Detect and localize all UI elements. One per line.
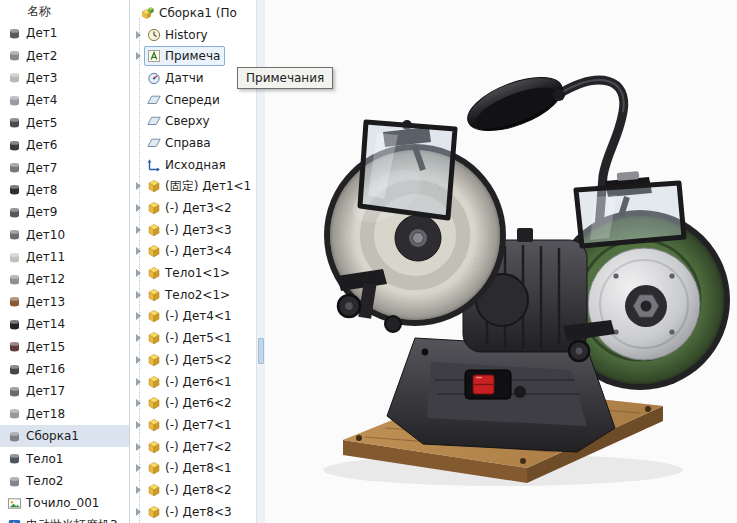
expand-arrow-icon[interactable] (133, 247, 144, 255)
thumb-icon (7, 406, 22, 421)
part-icon (146, 178, 162, 194)
list-item[interactable]: Дет3 (0, 67, 129, 89)
thumb-icon (7, 26, 22, 41)
tree-item-label: Сверху (165, 114, 210, 128)
list-item[interactable]: Дет4 (0, 89, 129, 111)
tree-item[interactable]: Тело2<1> (130, 284, 256, 306)
tree-item[interactable]: (-) Дет6<1 (130, 371, 256, 393)
thumb-icon (7, 429, 22, 444)
expand-arrow-icon[interactable] (133, 334, 144, 342)
expand-arrow-icon[interactable] (133, 443, 144, 451)
tree-item[interactable]: (-) Дет3<3 (130, 219, 256, 241)
tree-item-label: (-) Дет6<1 (165, 375, 232, 389)
list-item[interactable]: Дет1 (0, 22, 129, 44)
parts-list-panel: 名称 Дет1 Дет2 Дет3 Дет4 Дет5 Дет6 Дет7 Де… (0, 0, 130, 523)
tree-item-label: (-) Дет5<2 (165, 353, 232, 367)
tree-item[interactable]: (-) Дет3<2 (130, 197, 256, 219)
expand-arrow-icon[interactable] (133, 399, 144, 407)
thumb-icon (7, 182, 22, 197)
part-icon (146, 330, 162, 346)
part-icon (146, 287, 162, 303)
expand-arrow-icon[interactable] (133, 291, 144, 299)
tree-item-label: Спереди (165, 93, 220, 107)
cad-icon (7, 518, 22, 523)
expand-arrow-icon[interactable] (133, 31, 144, 39)
tree-item[interactable]: (-) Дет4<1 (130, 306, 256, 328)
thumb-icon (7, 227, 22, 242)
list-item[interactable]: Тело1 (0, 447, 129, 469)
list-item[interactable]: Дет11 (0, 246, 129, 268)
expand-arrow-icon[interactable] (133, 204, 144, 212)
plane-icon (146, 92, 162, 108)
tree-item[interactable]: Тело1<1> (130, 262, 256, 284)
tree-item-label: (-) Дет3<3 (165, 223, 232, 237)
list-item[interactable]: Дет16 (0, 358, 129, 380)
list-item[interactable]: Дет14 (0, 313, 129, 335)
list-item[interactable]: Дет10 (0, 224, 129, 246)
tree-item[interactable]: Справа (130, 132, 256, 154)
tree-item[interactable]: (-) Дет7<2 (130, 436, 256, 458)
thumb-icon (7, 272, 22, 287)
expand-arrow-icon[interactable] (133, 226, 144, 234)
list-item[interactable]: Дет5 (0, 112, 129, 134)
list-item[interactable]: Дет2 (0, 44, 129, 66)
expand-arrow-icon[interactable] (133, 269, 144, 277)
tree-item[interactable]: History (130, 24, 256, 46)
list-item[interactable]: Дет15 (0, 335, 129, 357)
list-item[interactable]: Точило_001 (0, 492, 129, 514)
tree-item[interactable]: Сверху (130, 110, 256, 132)
list-item[interactable]: Тело2 (0, 470, 129, 492)
sensors-icon (146, 70, 162, 86)
expand-arrow-icon[interactable] (133, 464, 144, 472)
tree-item[interactable]: (-) Дет8<1 (130, 457, 256, 479)
plane-icon (146, 135, 162, 151)
tree-item[interactable]: (-) Дет6<2 (130, 392, 256, 414)
tree-item[interactable]: (-) Дет8<2 (130, 479, 256, 501)
list-item[interactable]: Дет6 (0, 134, 129, 156)
expand-arrow-icon[interactable] (133, 182, 144, 190)
tree-item[interactable]: Примеча (130, 45, 256, 67)
tree-item[interactable]: Сборка1 (По (130, 2, 256, 24)
parts-list: Дет1 Дет2 Дет3 Дет4 Дет5 Дет6 Дет7 Дет8 … (0, 22, 129, 523)
expand-arrow-icon[interactable] (133, 508, 144, 516)
expand-arrow-icon[interactable] (133, 421, 144, 429)
list-item[interactable]: Дет8 (0, 179, 129, 201)
expand-arrow-icon[interactable] (133, 378, 144, 386)
tree-item-label: (-) Дет5<1 (165, 331, 232, 345)
viewport-3d[interactable] (265, 0, 737, 523)
part-icon (146, 200, 162, 216)
tree-item[interactable]: (固定) Дет1<1 (130, 176, 256, 198)
list-item[interactable]: Дет12 (0, 268, 129, 290)
expand-arrow-icon[interactable] (133, 52, 144, 60)
list-item-label: Сборка1 (26, 429, 79, 443)
list-item[interactable]: Сборка1 (0, 425, 129, 447)
list-item-label: Дет8 (26, 183, 57, 197)
list-item[interactable]: Дет13 (0, 291, 129, 313)
tree-item-label: Тело2<1> (165, 288, 230, 302)
tree-item[interactable]: (-) Дет5<2 (130, 349, 256, 371)
list-item[interactable]: Дет7 (0, 156, 129, 178)
scrollbar-thumb[interactable] (258, 338, 264, 364)
tree-item[interactable]: (-) Дет5<1 (130, 327, 256, 349)
list-item-label: Дет10 (26, 228, 65, 242)
list-item[interactable]: 电动抛光打磨机3 (0, 515, 129, 523)
tree-item[interactable]: Спереди (130, 89, 256, 111)
tree-item[interactable]: (-) Дет7<1 (130, 414, 256, 436)
part-icon (146, 352, 162, 368)
part-icon (146, 482, 162, 498)
expand-arrow-icon[interactable] (133, 486, 144, 494)
tree-item[interactable]: (-) Дет8<3 (130, 501, 256, 523)
expand-arrow-icon[interactable] (133, 312, 144, 320)
tree-item[interactable]: Исходная (130, 154, 256, 176)
list-item-label: Дет17 (26, 384, 65, 398)
thumb-icon (7, 317, 22, 332)
list-item-label: Дет1 (26, 26, 57, 40)
list-item[interactable]: Дет17 (0, 380, 129, 402)
expand-arrow-icon[interactable] (133, 356, 144, 364)
left-eye-shield (360, 120, 455, 218)
app-window: 名称 Дет1 Дет2 Дет3 Дет4 Дет5 Дет6 Дет7 Де… (0, 0, 737, 523)
tree-item[interactable]: (-) Дет3<4 (130, 241, 256, 263)
thumb-icon (7, 138, 22, 153)
list-item[interactable]: Дет9 (0, 201, 129, 223)
list-item[interactable]: Дет18 (0, 403, 129, 425)
